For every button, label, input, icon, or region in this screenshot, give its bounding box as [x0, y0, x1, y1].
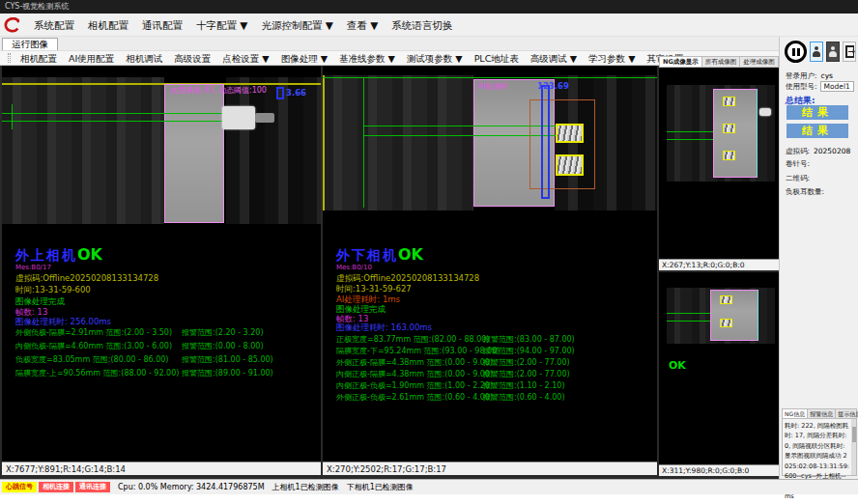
barcode-label: 虚拟码:	[786, 147, 810, 155]
tab-detect-box	[723, 151, 735, 160]
tool-camera-config[interactable]: 相机配置	[14, 51, 63, 66]
qrcode-label: 二维码:	[786, 174, 810, 182]
measure-line-overlay	[363, 135, 557, 136]
machine-background	[323, 75, 473, 210]
model-row: 使用型号:Model1	[786, 81, 854, 92]
log-tab-info[interactable]: 提示信息	[836, 409, 858, 418]
measurement-row: 外侧正极-负极=2.61mm 范围:(0.60 - 4.00)报警范围:(0.6…	[336, 392, 653, 404]
tab-all-images[interactable]: 所有成像图	[702, 57, 741, 67]
mini-view-tabs: NG成像显示 所有成像图 处理成像图	[659, 56, 779, 68]
mini-camera-view-top[interactable]	[659, 68, 779, 259]
log-scrollbar-thumb[interactable]	[852, 427, 856, 442]
mini-camera-view-bottom[interactable]: OK	[659, 272, 779, 464]
measurement-text: 内侧正极-负极=1.90mm 范围:(1.00 - 2.20)	[336, 381, 493, 390]
tab-detect-box	[723, 97, 735, 106]
tool-camera-debug[interactable]: 相机调试	[120, 51, 168, 66]
lower-camera-status: 下相机1已检测图像	[347, 482, 414, 492]
measurement-row: 外侧负极-隔膜=2.91mm 范围:(2.00 - 3.50)报警范围:(2.2…	[15, 327, 317, 341]
alarm-range: 报警范围:(2.00 - 77.00)	[483, 369, 570, 379]
camera-image-upper-outer[interactable]: 3.66 灰度阈值:93, 动态阈值:100	[2, 77, 321, 224]
tool-learning-params[interactable]: 学习参数 ▼	[583, 51, 641, 66]
result-ok: OK	[398, 245, 423, 264]
pixel-coords-readout: X:270;Y:2502;R:17;G:17;B:17	[323, 462, 657, 475]
menu-comm-config[interactable]: 通讯配置	[135, 14, 189, 36]
measurement-row: 负极宽度=83.05mm 范围:(80.00 - 86.00)报警范围:(81.…	[15, 354, 317, 368]
tab-processed-images[interactable]: 处理成像图	[740, 57, 779, 67]
measure-marker-overlay	[541, 85, 550, 199]
measurement-text: 隔膜宽度-上=90.56mm 范围:(88.00 - 92.00)	[15, 369, 179, 378]
measurement-row: 隔膜宽度-下=95.24mm 范围:(93.00 - 98.00)报警范围:(9…	[336, 346, 653, 357]
connector-object	[222, 106, 255, 129]
pause-icon	[792, 48, 795, 56]
measure-value-overlay: 3.66	[286, 88, 306, 98]
measurement-text: 外侧正极-负极=2.61mm 范围:(0.60 - 4.00)	[336, 393, 493, 402]
camera-result-line: 外上相机OK	[15, 245, 102, 265]
measure-marker-overlay	[276, 87, 284, 99]
pause-icon	[797, 48, 800, 56]
machine-background	[2, 77, 164, 224]
log-tabs: NG信息 报警信息 提示信息	[783, 409, 856, 419]
pause-button[interactable]	[785, 41, 807, 63]
needle-row: 卷针号:	[786, 159, 810, 169]
threshold-label-overlay: 灰度阈值:93, 动态阈值:100	[170, 85, 267, 96]
tool-test-params[interactable]: 测试项参数 ▼	[401, 51, 469, 66]
log-tab-ng[interactable]: NG信息	[783, 409, 808, 418]
menu-light-config[interactable]: 光源控制配置 ▼	[254, 14, 339, 36]
log-panel: NG信息 报警信息 提示信息 耗时: 222, 间隔检图耗时: 17, 间隔分差…	[782, 408, 857, 476]
tool-baseline-params[interactable]: 基准线参数 ▼	[333, 51, 401, 66]
menu-camera-config[interactable]: 相机配置	[81, 14, 135, 36]
ai-region-label-overlay: AI检测框	[477, 81, 508, 92]
measurement-row: 内侧正极-负极=1.90mm 范围:(1.00 - 2.20)报警范围:(1.1…	[336, 380, 653, 392]
barcode-value: 20250208	[814, 147, 850, 155]
measurement-text: 外侧负极-隔膜=2.91mm 范围:(2.00 - 3.50)	[15, 328, 172, 337]
measurement-row: 内侧正极-隔膜=4.38mm 范围:(0.00 - 9.00)报警范围:(2.0…	[336, 369, 653, 380]
menu-language-switch[interactable]: 系统语言切换	[385, 14, 459, 36]
tool-plc-address[interactable]: PLC地址表	[469, 51, 525, 66]
menu-cross-config[interactable]: 十字配置 ▼	[189, 14, 254, 36]
elapsed-line: 图像处理耗时: 163.00ms	[336, 322, 432, 334]
result-ok: OK	[77, 245, 102, 264]
tool-ai-usage-config[interactable]: AI使用配置	[63, 51, 120, 66]
camera-name: 外下相机	[336, 247, 398, 263]
tool-advanced-debug[interactable]: 高级调试 ▼	[525, 51, 583, 66]
tab-count-row: 负极耳数量:	[786, 187, 824, 197]
tool-spot-check[interactable]: 点检设置 ▼	[216, 51, 274, 66]
window-title: CYS-视觉检测系统	[5, 2, 69, 11]
tab-detect-box	[556, 154, 584, 176]
menu-view[interactable]: 查看 ▼	[340, 14, 385, 36]
log-scrollbar[interactable]	[851, 419, 856, 475]
mes-line: Mes:B0/10	[336, 264, 372, 271]
user-login-button[interactable]	[810, 42, 823, 62]
upper-camera-status: 上相机1已检测图像	[272, 482, 339, 492]
menu-system-config[interactable]: 系统配置	[27, 14, 81, 36]
user-icon	[813, 46, 820, 58]
menu-bar: 系统配置 相机配置 通讯配置 十字配置 ▼ 光源控制配置 ▼ 查看 ▼ 系统语言…	[0, 14, 858, 37]
tab-run-image[interactable]: 运行图像	[2, 38, 58, 50]
barcode-line: 虚拟码:Offline20250208133134728	[15, 273, 158, 285]
mini-camera-image	[667, 288, 775, 344]
mes-line: Mes:B0/17	[15, 264, 51, 271]
model-value[interactable]: Model1	[820, 81, 854, 92]
tab-detect-box	[556, 124, 584, 143]
comm-connect-badge: 通讯连接	[75, 482, 110, 492]
camera-name: 外上相机	[15, 247, 77, 263]
result-indicator-upper: 结果	[786, 105, 848, 120]
measurement-row: 外侧正极-隔膜=4.38mm 范围:(0.00 - 9.00)报警范围:(2.0…	[336, 357, 653, 369]
window-titlebar: CYS-视觉检测系统	[0, 0, 858, 14]
tool-advanced-settings[interactable]: 高级设置	[168, 51, 216, 66]
camera-image-lower-outer[interactable]: 123.69 AI检测框	[323, 75, 657, 210]
roi-box-overlay	[529, 99, 595, 189]
tab-ng-display[interactable]: NG成像显示	[660, 57, 702, 67]
tool-image-process[interactable]: 图像处理 ▼	[275, 51, 333, 66]
tab-detect-box	[720, 295, 732, 304]
camera-result-line: 外下相机OK	[336, 245, 423, 265]
measure-line-overlay	[363, 126, 557, 126]
qrcode-row: 二维码:	[786, 174, 810, 183]
user-admin-button[interactable]	[826, 42, 840, 62]
machine-background	[226, 77, 321, 224]
exit-button[interactable]	[843, 42, 856, 62]
alarm-range: 报警范围:(83.00 - 87.00)	[483, 334, 575, 345]
separator-film-region	[710, 290, 758, 341]
log-tab-alarm[interactable]: 报警信息	[808, 409, 836, 418]
tab-detect-box	[723, 124, 735, 133]
